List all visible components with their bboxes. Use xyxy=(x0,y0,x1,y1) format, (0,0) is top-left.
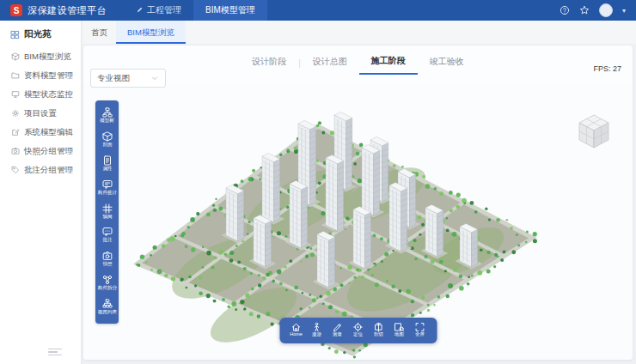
cube-icon xyxy=(11,52,20,61)
project-name: 阳光苑 xyxy=(24,28,52,40)
tool-section-box[interactable]: 剖面 xyxy=(95,129,119,153)
tab-home[interactable]: 首页 xyxy=(83,21,116,44)
tool-label: 视图列表 xyxy=(97,310,116,315)
properties-icon xyxy=(102,155,113,166)
nav-tool-label: 地图 xyxy=(394,332,404,337)
sidebar-item-label: 快照分组管理 xyxy=(24,146,73,157)
nav-tool-label: 定位 xyxy=(353,332,363,337)
chevron-down-icon xyxy=(150,74,159,82)
nav-tool-minimap[interactable]: 地图 xyxy=(390,322,408,341)
sidebar-item[interactable]: 批注分组管理 xyxy=(0,161,81,179)
model-tools-toolbar: 模型树剖面属性构件统计轴网批注快照构件拆分视图列表 xyxy=(95,100,119,324)
tool-label: 模型树 xyxy=(100,118,114,124)
tool-label: 快照 xyxy=(102,262,112,267)
minimap-icon xyxy=(394,322,405,332)
axis-grid-icon xyxy=(102,203,113,214)
sidebar-item[interactable]: BIM模型浏览 xyxy=(0,47,81,66)
nav-tool-measure[interactable]: 测量 xyxy=(328,322,346,341)
stage-tab[interactable]: 设计阶段 xyxy=(240,52,298,74)
nav-tool-label: 漫游 xyxy=(312,332,321,337)
measure-icon xyxy=(333,322,343,332)
monitor-icon xyxy=(11,90,20,99)
menu-item-label: 工程管理 xyxy=(147,4,181,16)
pen-icon xyxy=(136,6,144,15)
tool-label: 构件统计 xyxy=(97,191,116,196)
fps-counter: FPS: 27 xyxy=(593,64,621,73)
app-logo: S xyxy=(10,4,22,16)
tool-component-split[interactable]: 构件拆分 xyxy=(95,272,119,296)
stage-tab[interactable]: 设计总图 xyxy=(301,52,359,74)
view-cube[interactable] xyxy=(574,112,614,151)
tool-label: 剖面 xyxy=(102,143,112,148)
menu-item-bim-model[interactable]: BIM模型管理 xyxy=(193,0,267,21)
component-stats-icon xyxy=(102,179,113,190)
nav-tool-fullscreen[interactable]: 全屏 xyxy=(411,322,429,341)
stage-tab[interactable]: 施工阶段 xyxy=(359,52,418,75)
nav-tool-locate[interactable]: 定位 xyxy=(349,322,367,341)
tool-axis-grid[interactable]: 轴网 xyxy=(95,201,119,225)
model-tree-icon xyxy=(102,107,113,118)
sidebar-item-label: 项目设置 xyxy=(24,108,57,119)
fullscreen-icon xyxy=(415,322,425,332)
tab-bim-model-browse[interactable]: BIM模型浏览 xyxy=(116,21,186,44)
nav-tool-clip[interactable]: 剖切 xyxy=(370,322,388,341)
menu-item-label: BIM模型管理 xyxy=(205,4,255,16)
main-panel: 设计阶段|设计总图施工阶段竣工验收 FPS: 27 专业视图 模型树剖面属性构件… xyxy=(83,46,633,360)
top-right-icons: ▾ xyxy=(579,3,626,17)
gear-icon xyxy=(11,109,20,118)
sidebar-item[interactable]: 系统模型编辑 xyxy=(0,123,81,142)
tag-icon xyxy=(11,166,20,174)
help-icon[interactable] xyxy=(560,5,570,15)
top-bar: S 深保建设管理平台 工程管理BIM模型管理 ▾ xyxy=(0,0,636,21)
tool-annotation[interactable]: 批注 xyxy=(95,224,119,248)
view-mode-select[interactable]: 专业视图 xyxy=(90,69,166,88)
clip-icon xyxy=(374,322,384,332)
navigation-toolbar: Home漫游测量定位剖切地图全屏 xyxy=(279,318,437,343)
tool-label: 构件拆分 xyxy=(97,286,116,291)
home-icon xyxy=(291,322,302,332)
view-mode-value: 专业视图 xyxy=(97,73,130,84)
app-title: 深保建设管理平台 xyxy=(28,4,107,17)
folder-icon xyxy=(11,71,20,80)
section-box-icon xyxy=(102,131,113,142)
locate-icon xyxy=(353,322,364,332)
nav-tool-label: Home xyxy=(290,332,302,337)
nav-tool-label: 测量 xyxy=(333,332,342,337)
menu-item-project[interactable]: 工程管理 xyxy=(124,0,193,21)
tool-label: 轴网 xyxy=(102,215,112,220)
view-list-icon xyxy=(102,299,113,309)
sidebar-collapse-icon[interactable] xyxy=(48,347,62,358)
star-icon[interactable] xyxy=(579,5,590,15)
tool-component-stats[interactable]: 构件统计 xyxy=(95,177,119,201)
sidebar-item-label: BIM模型浏览 xyxy=(24,52,71,63)
tool-model-tree[interactable]: 模型树 xyxy=(95,105,119,129)
tool-properties[interactable]: 属性 xyxy=(95,153,119,177)
edit-icon xyxy=(11,128,20,136)
sidebar-item[interactable]: 模型状态监控 xyxy=(0,85,81,104)
sidebar-item[interactable]: 项目设置 xyxy=(0,104,81,123)
tool-view-list[interactable]: 视图列表 xyxy=(95,296,119,320)
stage-tab[interactable]: 竣工验收 xyxy=(418,52,476,74)
tool-label: 属性 xyxy=(102,167,112,172)
nav-tool-label: 全屏 xyxy=(415,332,425,337)
sidebar-item[interactable]: 快照分组管理 xyxy=(0,142,81,161)
nav-tool-label: 剖切 xyxy=(374,332,383,337)
tool-snapshot[interactable]: 快照 xyxy=(95,248,119,272)
top-menu: 工程管理BIM模型管理 xyxy=(124,0,267,21)
walk-icon xyxy=(312,322,322,332)
nav-tool-walk[interactable]: 漫游 xyxy=(308,322,326,341)
tool-label: 批注 xyxy=(102,238,112,243)
sidebar-item-label: 模型状态监控 xyxy=(24,89,73,100)
sidebar-item[interactable]: 资料模型管理 xyxy=(0,66,81,85)
snapshot-icon xyxy=(102,251,113,261)
annotation-icon xyxy=(102,227,113,237)
sidebar-item-label: 批注分组管理 xyxy=(24,165,73,176)
sidebar-item-label: 资料模型管理 xyxy=(24,70,73,82)
project-header[interactable]: 阳光苑 xyxy=(0,21,81,47)
avatar[interactable] xyxy=(599,3,613,17)
nav-tool-home[interactable]: Home xyxy=(287,322,305,341)
sidebar-item-label: 系统模型编辑 xyxy=(24,127,73,138)
chevron-down-icon[interactable]: ▾ xyxy=(622,7,626,15)
component-split-icon xyxy=(102,275,113,285)
breadcrumb-tab-bar: 首页 BIM模型浏览 xyxy=(83,21,636,44)
